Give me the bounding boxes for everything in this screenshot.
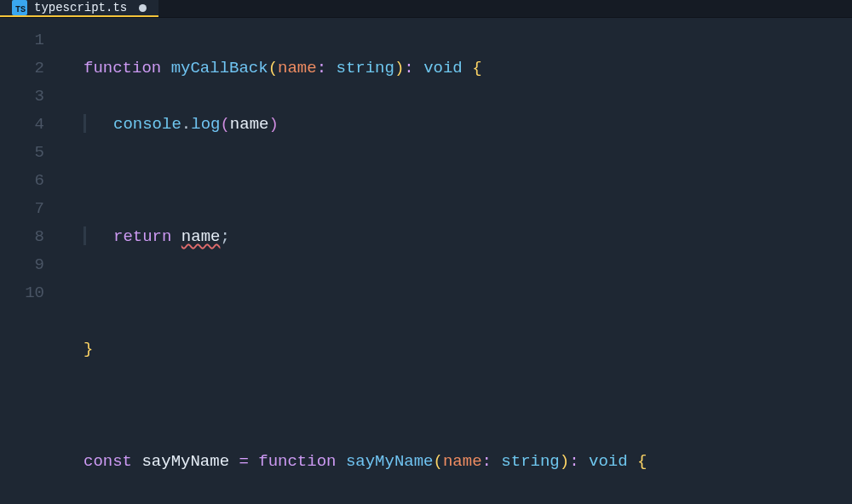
line-number: 10 — [0, 279, 44, 307]
code-line[interactable] — [83, 392, 852, 420]
code-line[interactable]: console.log(name) — [83, 111, 852, 139]
line-number: 7 — [0, 195, 44, 223]
code-line[interactable] — [83, 279, 852, 307]
tab-filename: typescript.ts — [34, 1, 127, 14]
code-editor[interactable]: 1 2 3 4 5 6 7 8 9 10 function myCallBack… — [0, 18, 852, 504]
editor-tab-typescript[interactable]: TS typescript.ts — [0, 0, 158, 15]
line-number: 9 — [0, 251, 44, 279]
code-content[interactable]: function myCallBack(name: string): void … — [68, 26, 852, 504]
code-line[interactable] — [83, 167, 852, 195]
line-number: 8 — [0, 223, 44, 251]
dirty-indicator-icon — [139, 4, 147, 12]
code-line[interactable]: return name; — [83, 223, 852, 251]
line-number: 5 — [0, 139, 44, 167]
line-number: 3 — [0, 83, 44, 111]
indent-guide — [83, 114, 86, 133]
code-line[interactable]: } — [83, 335, 852, 364]
indent-guide — [83, 226, 86, 245]
line-number: 2 — [0, 54, 44, 83]
editor-tabbar: TS typescript.ts — [0, 0, 852, 18]
line-number-gutter: 1 2 3 4 5 6 7 8 9 10 — [0, 26, 68, 504]
line-number: 1 — [0, 26, 44, 54]
typescript-file-icon: TS — [12, 0, 27, 15]
code-line[interactable]: const sayMyName = function sayMyName(nam… — [83, 448, 852, 476]
error-squiggle: name — [181, 227, 221, 246]
active-tab-underline — [0, 15, 158, 17]
line-number: 6 — [0, 167, 44, 195]
line-number: 4 — [0, 111, 44, 139]
code-line[interactable]: function myCallBack(name: string): void … — [83, 54, 852, 83]
